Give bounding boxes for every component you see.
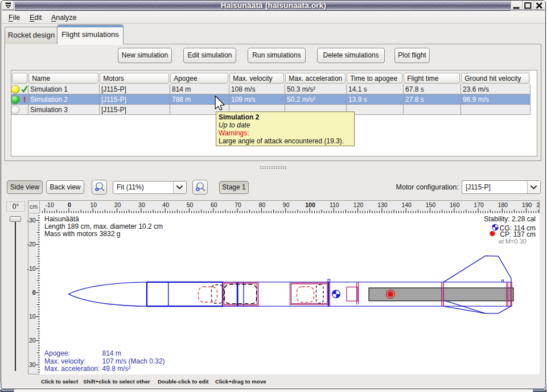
svg-text:70: 70 xyxy=(235,201,241,208)
svg-text:100: 100 xyxy=(305,201,315,208)
svg-text:-10: -10 xyxy=(27,265,35,272)
svg-text:-20: -20 xyxy=(27,241,35,247)
svg-text:190: 190 xyxy=(522,201,532,208)
svg-text:130: 130 xyxy=(377,201,388,208)
svg-text:0: 0 xyxy=(68,201,71,208)
svg-text:120: 120 xyxy=(353,201,364,208)
svg-text:80: 80 xyxy=(259,201,266,208)
svg-text:40: 40 xyxy=(162,201,169,208)
svg-text:0: 0 xyxy=(32,289,36,296)
svg-text:10: 10 xyxy=(90,201,97,208)
svg-text:-10: -10 xyxy=(46,201,54,208)
svg-text:60: 60 xyxy=(211,201,217,208)
svg-text:180: 180 xyxy=(498,201,508,208)
svg-text:90: 90 xyxy=(283,201,290,208)
svg-text:2: 2 xyxy=(537,201,540,208)
svg-text:110: 110 xyxy=(330,201,339,208)
svg-text:170: 170 xyxy=(474,201,484,208)
svg-text:10: 10 xyxy=(29,313,36,320)
svg-text:20: 20 xyxy=(114,201,121,208)
svg-text:160: 160 xyxy=(450,201,460,208)
svg-text:50: 50 xyxy=(187,201,194,208)
svg-text:20: 20 xyxy=(29,337,36,344)
svg-text:30: 30 xyxy=(138,201,145,208)
svg-text:-30: -30 xyxy=(27,217,35,224)
svg-text:30: 30 xyxy=(29,361,36,368)
svg-text:140: 140 xyxy=(401,201,412,208)
svg-text:150: 150 xyxy=(426,201,436,208)
